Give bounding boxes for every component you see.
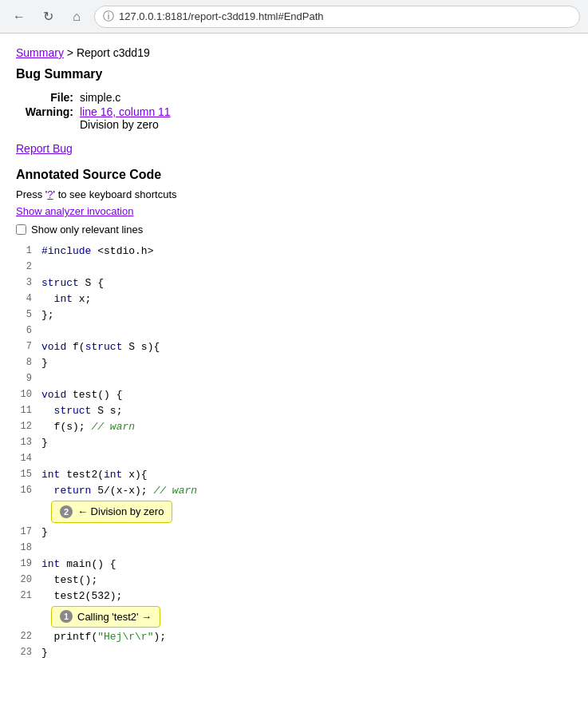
warning-link[interactable]: line 16, column 11 — [80, 105, 171, 118]
breadcrumb-separator: > — [64, 46, 77, 59]
breadcrumb-summary-link[interactable]: Summary — [16, 46, 64, 59]
file-value: simple.c — [80, 91, 120, 104]
relevant-lines-label: Show only relevant lines — [31, 224, 143, 236]
annotation-text: ← Division by zero — [77, 504, 164, 520]
warning-row: Warning: line 16, column 11 Division by … — [16, 105, 572, 131]
code-line: 2 — [16, 259, 572, 275]
code-line-21: 21 test2(532); — [16, 588, 572, 604]
code-line: 22 printf("Hej\r\r"); — [16, 629, 572, 645]
code-block: 1 #include <stdio.h> 2 3 struct S { 4 in… — [16, 244, 572, 661]
warning-label: Warning: — [16, 105, 80, 118]
code-line: 5 }; — [16, 307, 572, 323]
annotation-num: 2 — [60, 505, 73, 518]
relevant-lines-checkbox[interactable] — [16, 224, 26, 235]
keyboard-hint-suffix: ' to see keyboard shortcuts — [53, 188, 177, 200]
code-line: 18 — [16, 541, 572, 557]
annotated-source-heading: Annotated Source Code — [16, 168, 572, 182]
code-line: 10 void test() { — [16, 387, 572, 403]
code-line: 19 int main() { — [16, 557, 572, 572]
code-line: 11 struct S s; — [16, 403, 572, 419]
code-line: 15 int test2(int x){ — [16, 467, 572, 483]
annotation-row-16: 2 ← Division by zero — [16, 501, 572, 523]
code-line: 12 f(s); // warn — [16, 419, 572, 435]
code-line: 7 void f(struct S s){ — [16, 339, 572, 355]
report-bug-link[interactable]: Report Bug — [16, 142, 73, 155]
refresh-button[interactable]: ↻ — [37, 6, 59, 28]
breadcrumb: Summary > Report c3dd19 — [16, 46, 572, 59]
annotation-text: Calling 'test2' → — [77, 609, 152, 625]
file-row: File: simple.c — [16, 91, 572, 104]
bug-summary-table: File: simple.c Warning: line 16, column … — [16, 91, 572, 131]
home-button[interactable]: ⌂ — [65, 6, 88, 28]
browser-chrome: ← ↻ ⌂ ⓘ 127.0.0.1:8181/report-c3dd19.htm… — [0, 0, 588, 34]
address-bar[interactable]: ⓘ 127.0.0.1:8181/report-c3dd19.html#EndP… — [94, 6, 580, 28]
code-line: 6 — [16, 323, 572, 339]
code-line: 14 — [16, 451, 572, 467]
code-line-16: 16 return 5/(x-x); // warn — [16, 483, 572, 499]
code-line: 9 — [16, 371, 572, 387]
annotation-bubble-calling-test2: 1 Calling 'test2' → — [51, 606, 160, 628]
info-icon: ⓘ — [103, 10, 114, 24]
code-line: 23 } — [16, 645, 572, 661]
keyboard-hint: Press '?' to see keyboard shortcuts — [16, 188, 572, 200]
show-analyzer-link[interactable]: Show analyzer invocation — [16, 205, 572, 217]
relevant-lines-row: Show only relevant lines — [16, 224, 572, 236]
code-line: 4 int x; — [16, 291, 572, 307]
code-line: 13 } — [16, 435, 572, 451]
code-line: 20 test(); — [16, 572, 572, 588]
keyboard-hint-prefix: Press ' — [16, 188, 47, 200]
code-line: 8 } — [16, 355, 572, 371]
breadcrumb-current: Report c3dd19 — [77, 46, 150, 59]
annotation-row-21: 1 Calling 'test2' → — [16, 606, 572, 628]
url-text: 127.0.0.1:8181/report-c3dd19.html#EndPat… — [119, 10, 324, 22]
file-label: File: — [16, 91, 80, 104]
page-content: Summary > Report c3dd19 Bug Summary File… — [0, 34, 588, 674]
annotation-num: 1 — [60, 610, 73, 623]
annotation-bubble-division-by-zero: 2 ← Division by zero — [51, 501, 172, 523]
back-button[interactable]: ← — [8, 6, 30, 28]
code-line: 17 } — [16, 525, 572, 541]
warning-description: Division by zero — [80, 118, 159, 131]
warning-value: line 16, column 11 Division by zero — [80, 105, 171, 131]
keyboard-shortcut-link[interactable]: ? — [47, 188, 53, 200]
bug-summary-heading: Bug Summary — [16, 67, 572, 81]
code-line: 1 #include <stdio.h> — [16, 244, 572, 259]
code-line: 3 struct S { — [16, 275, 572, 291]
